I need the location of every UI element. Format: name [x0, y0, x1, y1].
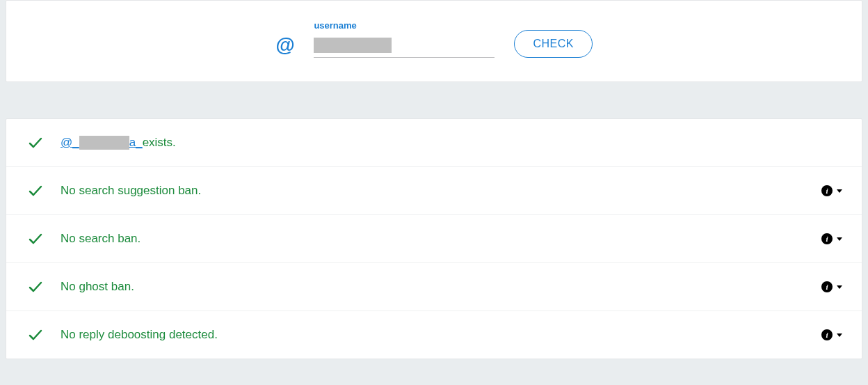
result-text: No search suggestion ban.	[61, 184, 821, 198]
chevron-down-icon	[837, 285, 842, 289]
chevron-down-icon	[837, 237, 842, 241]
result-text: No reply deboosting detected.	[61, 328, 821, 342]
username-masked	[79, 136, 129, 150]
result-row-search-ban: No search ban. i	[6, 215, 862, 263]
check-icon	[27, 278, 44, 295]
info-toggle[interactable]: i	[821, 233, 842, 244]
info-toggle[interactable]: i	[821, 185, 842, 196]
info-toggle[interactable]: i	[821, 281, 842, 292]
result-text: No search ban.	[61, 232, 821, 246]
username-suffix: a_	[129, 136, 143, 150]
result-row-ghost-ban: No ghost ban. i	[6, 263, 862, 311]
check-button[interactable]: CHECK	[514, 30, 593, 58]
info-icon: i	[821, 281, 833, 292]
results-card: @_a_ exists. No search suggestion ban. i…	[6, 118, 862, 359]
result-row-search-suggestion: No search suggestion ban. i	[6, 167, 862, 215]
info-icon: i	[821, 185, 833, 196]
username-input[interactable]	[314, 38, 495, 58]
username-input-wrap: username	[314, 20, 495, 58]
info-icon: i	[821, 329, 833, 340]
info-icon: i	[821, 233, 833, 244]
info-toggle[interactable]: i	[821, 329, 842, 340]
username-link[interactable]: @_a_	[61, 136, 143, 150]
result-row-exists: @_a_ exists.	[6, 119, 862, 167]
check-icon	[27, 327, 44, 343]
check-icon	[27, 134, 44, 151]
search-card: @ username CHECK	[6, 0, 862, 82]
username-prefix: @_	[61, 136, 79, 150]
check-icon	[27, 230, 44, 247]
check-icon	[27, 182, 44, 199]
result-text: No ghost ban.	[61, 280, 821, 294]
username-masked-value	[314, 38, 392, 53]
result-row-reply-deboost: No reply deboosting detected. i	[6, 311, 862, 359]
chevron-down-icon	[837, 333, 842, 337]
username-label: username	[314, 20, 495, 31]
at-symbol: @	[275, 36, 294, 58]
chevron-down-icon	[837, 189, 842, 193]
result-text: @_a_ exists.	[61, 136, 842, 150]
exists-tail: exists.	[143, 136, 176, 150]
